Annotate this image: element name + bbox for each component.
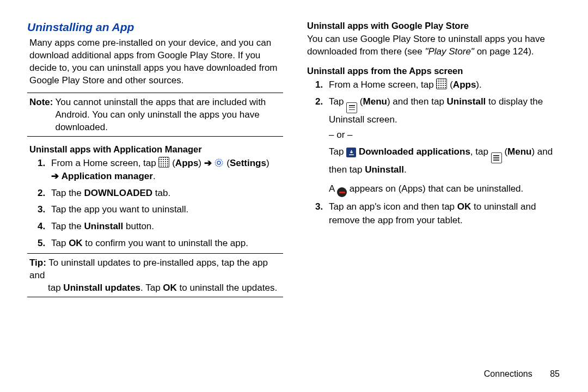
- uninstall-updates-label: Uninstall updates: [63, 283, 140, 293]
- menu-icon: [346, 102, 357, 113]
- svg-point-0: [217, 161, 220, 164]
- footer-section: Connections: [484, 369, 532, 378]
- ok-label: OK: [69, 238, 83, 248]
- step-text: ) and then tap: [387, 96, 447, 107]
- divider: [27, 93, 283, 93]
- steps-list-apps-screen: From a Home screen, tap (Apps). Tap (Men…: [310, 78, 561, 228]
- menu-label: Menu: [507, 146, 531, 157]
- tip-text: . Tap: [140, 283, 163, 293]
- step-text: , tap: [470, 146, 491, 157]
- step-item: From a Home screen, tap (Apps).: [326, 78, 561, 92]
- step-text: button.: [123, 221, 154, 231]
- tip-block: Tip: To uninstall updates to pre-install…: [29, 257, 283, 295]
- ok-label: OK: [163, 283, 177, 293]
- downloaded-apps-label: Downloaded applications: [359, 146, 470, 157]
- step-item: Tap OK to confirm you want to uninstall …: [48, 237, 283, 250]
- left-column: Uninstalling an App Many apps come pre-i…: [27, 21, 283, 369]
- step-text: Tap an app's icon and then tap: [329, 201, 457, 212]
- note-body: You cannot uninstall the apps that are i…: [55, 96, 283, 134]
- step-item: Tap the app you want to uninstall.: [48, 203, 283, 217]
- step-text: to confirm you want to uninstall the app…: [83, 238, 248, 248]
- arrow-icon: ➔: [51, 171, 59, 181]
- note-block: Note: You cannot uninstall the apps that…: [29, 96, 283, 134]
- menu-label: Menu: [363, 96, 387, 107]
- step-text: tab.: [152, 188, 170, 198]
- or-separator: – or –: [329, 128, 561, 142]
- step-text: From a Home screen, tap: [329, 79, 436, 90]
- step-text: Tap: [329, 146, 346, 157]
- tip-text: tap: [48, 283, 63, 293]
- apps-label: Apps: [175, 158, 199, 168]
- download-icon: [346, 148, 356, 157]
- text: on page 124).: [474, 46, 534, 57]
- apps-icon: [158, 157, 169, 168]
- subheading-play-store: Uninstall apps with Google Play Store: [307, 21, 561, 31]
- step-item: Tap (Menu) and then tap Uninstall to dis…: [326, 95, 561, 198]
- manual-page: Uninstalling an App Many apps come pre-i…: [0, 0, 588, 369]
- remove-icon: [337, 187, 347, 197]
- step-text: Tap: [329, 96, 346, 107]
- step-item: Tap the Uninstall button.: [48, 220, 283, 234]
- divider: [27, 297, 283, 297]
- divider: [27, 253, 283, 254]
- footer-page-number: 85: [550, 369, 560, 378]
- subheading-apps-screen: Uninstall apps from the Apps screen: [307, 66, 561, 76]
- ok-label: OK: [457, 201, 471, 212]
- right-column: Uninstall apps with Google Play Store Yo…: [305, 21, 561, 369]
- section-heading: Uninstalling an App: [27, 21, 283, 34]
- svg-point-1: [216, 159, 223, 167]
- arrow-icon: ➔: [204, 158, 212, 168]
- page-footer: Connections 85: [484, 369, 560, 379]
- step-item: Tap an app's icon and then tap OK to uni…: [326, 200, 561, 227]
- step-item: From a Home screen, tap (Apps) ➔ (Settin…: [48, 157, 283, 183]
- settings-icon: [214, 158, 224, 168]
- play-store-ref: "Play Store": [425, 46, 474, 57]
- play-store-paragraph: You can use Google Play Store to uninsta…: [307, 33, 561, 58]
- uninstall-label: Uninstall: [447, 96, 486, 107]
- downloaded-label: DOWNLOADED: [84, 188, 153, 198]
- step-item: Tap the DOWNLOADED tab.: [48, 187, 283, 200]
- divider: [27, 136, 283, 137]
- apps-label: Apps: [453, 79, 476, 90]
- uninstall-label: Uninstall: [84, 221, 124, 231]
- step-text: A: [329, 183, 337, 194]
- step-text: Tap the: [51, 221, 84, 231]
- tip-text: to uninstall the updates.: [177, 283, 277, 293]
- tip-label: Tip:: [29, 258, 46, 268]
- settings-label: Settings: [230, 158, 266, 168]
- menu-icon: [491, 152, 502, 163]
- step-text: Tap the: [51, 188, 84, 198]
- app-manager-label: Application manager: [62, 171, 153, 181]
- note-label: Note:: [29, 96, 53, 134]
- apps-icon: [436, 78, 447, 89]
- intro-paragraph: Many apps come pre-installed on your dev…: [29, 37, 283, 87]
- uninstall-label: Uninstall: [365, 164, 404, 175]
- step-text: appears on (Apps) that can be uninstalle…: [350, 183, 523, 194]
- subheading-app-manager: Uninstall apps with Application Manager: [29, 144, 283, 155]
- step-text: Tap: [51, 238, 69, 248]
- steps-list-app-manager: From a Home screen, tap (Apps) ➔ (Settin…: [33, 157, 283, 250]
- step-text: From a Home screen, tap: [51, 158, 158, 168]
- tip-text: To uninstall updates to pre-installed ap…: [29, 258, 268, 280]
